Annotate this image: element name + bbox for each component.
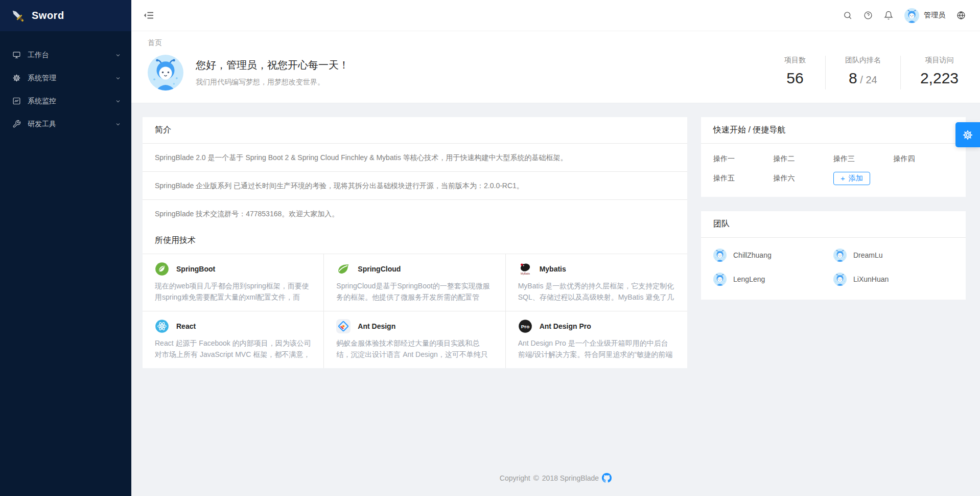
tech-description: SpringCloud是基于SpringBoot的一整套实现微服务的框架。他提供…: [336, 280, 493, 303]
tech-name: Ant Design Pro: [540, 322, 591, 330]
mybatis-icon: MyBatis: [518, 262, 532, 276]
quick-link-2[interactable]: 操作二: [774, 154, 795, 164]
member-avatar: [713, 273, 727, 286]
page-footer: Copyright © 2018 SpringBlade: [131, 473, 980, 496]
sidebar-item-dev-tools[interactable]: 研发工具: [0, 112, 131, 136]
monitor-chart-icon: [12, 97, 21, 105]
antdesignpro-icon: Pro: [518, 319, 532, 333]
react-icon: [155, 319, 169, 333]
sidebar-item-system-monitor[interactable]: 系统监控: [0, 89, 131, 112]
globe-icon: [956, 11, 966, 20]
antdesign-icon: [336, 319, 351, 333]
search-button[interactable]: [840, 8, 855, 23]
team-member[interactable]: LiXunHuan: [833, 273, 953, 286]
github-icon[interactable]: [602, 473, 612, 483]
quick-link-6[interactable]: 操作六: [774, 174, 795, 183]
member-name: ChillZhuang: [733, 251, 772, 259]
tech-cell-antdesign: Ant Design 蚂蚁金服体验技术部经过大量的项目实践和总结，沉淀出设计语言…: [324, 311, 505, 368]
search-icon: [843, 11, 852, 20]
tech-cell-springcloud: SpringCloud SpringCloud是基于SpringBoot的一整套…: [324, 254, 505, 311]
tech-name: React: [176, 322, 196, 330]
member-avatar: [833, 273, 847, 286]
tech-description: MyBatis 是一款优秀的持久层框架，它支持定制化 SQL、存储过程以及高级映…: [518, 280, 675, 303]
notifications-button[interactable]: [881, 8, 896, 23]
header-actions: 管理员: [840, 6, 969, 25]
quick-link-1[interactable]: 操作一: [713, 154, 735, 164]
sidebar-item-workbench[interactable]: 工作台: [0, 43, 131, 66]
stat-label: 项目数: [784, 56, 806, 65]
stat-team-rank: 团队内排名 8 / 24: [825, 56, 900, 89]
app-logo[interactable]: Sword: [0, 0, 131, 31]
settings-drawer-button[interactable]: [955, 122, 980, 147]
tech-description: 蚂蚁金服体验技术部经过大量的项目实践和总结，沉淀出设计语言 Ant Design…: [336, 337, 493, 360]
stat-label: 项目访问: [920, 56, 959, 65]
welcome-subtitle: 我们用代码编写梦想，用梦想改变世界。: [196, 78, 349, 87]
tech-name: Mybatis: [540, 265, 566, 273]
member-name: DreamLu: [853, 251, 883, 259]
stat-value: 56: [786, 70, 803, 86]
sword-logo-icon: [10, 8, 26, 24]
main-area: 管理员 首页 您好，管理员，祝您开心每一天！ 我们用代码编写梦想，用梦想改变世界…: [131, 0, 980, 496]
bell-icon: [884, 11, 893, 20]
tech-cell-react: React React 起源于 Facebook 的内部项目，因为该公司对市场上…: [143, 311, 324, 368]
member-name: LiXunHuan: [853, 275, 889, 283]
tech-name: Ant Design: [358, 322, 395, 330]
help-icon: [864, 11, 873, 20]
quick-links: 操作一 操作二 操作三 操作四 操作五 操作六 + 添加: [701, 144, 966, 197]
add-button[interactable]: + 添加: [833, 172, 870, 185]
sidebar-menu: 工作台 系统管理 系统监控 研发工具: [0, 31, 131, 136]
plus-icon: +: [841, 175, 845, 182]
intro-card: 简介 SpringBlade 2.0 是一个基于 Spring Boot 2 &…: [143, 117, 687, 228]
chevron-down-icon: [115, 98, 121, 104]
intro-paragraph: SpringBlade 2.0 是一个基于 Spring Boot 2 & Sp…: [143, 144, 687, 172]
content-area: 简介 SpringBlade 2.0 是一个基于 Spring Boot 2 &…: [131, 103, 980, 368]
tech-name: SpringCloud: [358, 265, 401, 273]
tech-cell-mybatis: MyBatis Mybatis MyBatis 是一款优秀的持久层框架，它支持定…: [506, 254, 687, 311]
tech-description: 现在的web项目几乎都会用到spring框架，而要使用spring难免需要配置大…: [155, 280, 311, 303]
springboot-icon: [155, 262, 169, 276]
sidebar-item-label: 研发工具: [28, 120, 115, 129]
sidebar-item-label: 系统管理: [28, 74, 115, 83]
quick-link-4[interactable]: 操作四: [894, 154, 915, 164]
quick-start-card: 快速开始 / 便捷导航 操作一 操作二 操作三 操作四 操作五 操作六 + 添加: [701, 117, 966, 197]
team-card-title: 团队: [701, 211, 966, 238]
gear-icon: [12, 74, 21, 82]
svg-text:Pro: Pro: [521, 324, 529, 329]
team-member[interactable]: DreamLu: [833, 249, 953, 262]
add-button-label: 添加: [849, 174, 863, 183]
team-member[interactable]: ChillZhuang: [713, 249, 833, 262]
stats-row: 项目数 56 团队内排名 8 / 24 项目访问 2,223: [765, 56, 964, 89]
sidebar-collapse-button[interactable]: [141, 7, 157, 24]
footer-text: 2018 SpringBlade: [542, 474, 599, 482]
quick-link-3[interactable]: 操作三: [833, 154, 855, 164]
member-name: LengLeng: [733, 275, 765, 283]
menu-fold-icon: [144, 10, 154, 20]
sidebar-item-system-admin[interactable]: 系统管理: [0, 66, 131, 89]
tech-grid: SpringBoot 现在的web项目几乎都会用到spring框架，而要使用sp…: [143, 254, 687, 368]
team-card: 团队 ChillZhuang DreamLu LengLeng: [701, 211, 966, 300]
chevron-down-icon: [115, 121, 121, 127]
quick-link-5[interactable]: 操作五: [713, 174, 735, 183]
springcloud-icon: [336, 262, 351, 276]
member-avatar: [833, 249, 847, 262]
welcome-greeting: 您好，管理员，祝您开心每一天！: [196, 58, 349, 72]
desktop-icon: [12, 51, 21, 59]
user-menu[interactable]: 管理员: [901, 6, 948, 25]
sidebar-item-label: 工作台: [28, 51, 115, 60]
chevron-down-icon: [115, 75, 121, 81]
stat-project-visits: 项目访问 2,223: [900, 56, 964, 89]
welcome-section: 首页 您好，管理员，祝您开心每一天！ 我们用代码编写梦想，用梦想改变世界。 项目…: [131, 31, 980, 103]
sidebar-item-label: 系统监控: [28, 97, 115, 106]
stat-value: 8: [849, 70, 857, 86]
team-member[interactable]: LengLeng: [713, 273, 833, 286]
copyright-icon: ©: [533, 474, 539, 482]
help-button[interactable]: [860, 8, 876, 23]
footer-copyright: Copyright: [500, 474, 530, 482]
language-button[interactable]: [953, 8, 969, 23]
member-avatar: [713, 249, 727, 262]
app-title: Sword: [32, 10, 64, 21]
stat-value: 2,223: [920, 70, 959, 86]
tech-name: SpringBoot: [176, 265, 215, 273]
breadcrumb[interactable]: 首页: [148, 38, 162, 48]
intro-card-title: 简介: [143, 117, 687, 144]
